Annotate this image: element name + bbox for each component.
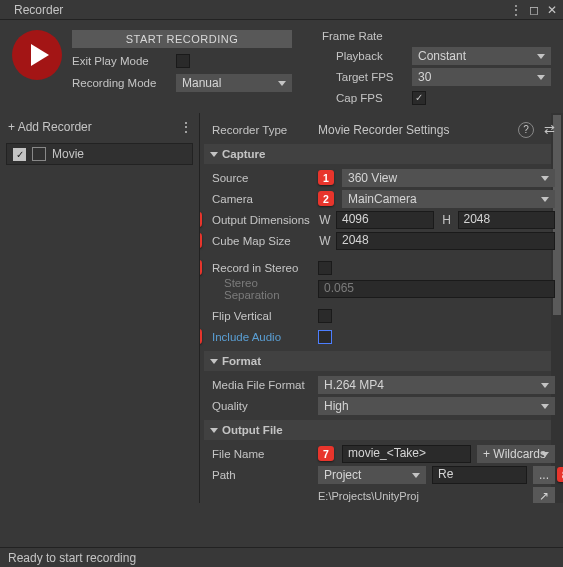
source-label: Source (204, 172, 312, 184)
marker-8: 8 (557, 467, 563, 482)
marker-2: 2 (318, 191, 334, 206)
add-recorder-button[interactable]: + Add Recorder (8, 120, 92, 134)
marker-6: 6 (200, 329, 202, 344)
recorder-item-label: Movie (52, 147, 84, 161)
media-format-dropdown[interactable]: H.264 MP4 (318, 376, 555, 394)
main-split: + Add Recorder ⋮ ✓ Movie Recorder Type M… (0, 113, 563, 503)
path-preview: E:\Projects\UnityProj (318, 490, 527, 502)
camera-label: Camera (204, 193, 312, 205)
exit-play-mode-checkbox[interactable] (176, 54, 190, 68)
include-audio-label: Include Audio (204, 331, 312, 343)
chevron-down-icon (210, 359, 218, 364)
file-name-label: File Name (204, 448, 312, 460)
browse-button[interactable]: ... (533, 466, 555, 484)
record-icon[interactable] (12, 30, 62, 80)
status-text: Ready to start recording (8, 551, 136, 565)
file-name-field[interactable]: movie_<Take> (342, 445, 471, 463)
frame-rate-heading: Frame Rate (322, 30, 551, 42)
path-label: Path (204, 469, 312, 481)
cap-fps-checkbox[interactable] (412, 91, 426, 105)
marker-7: 7 (318, 446, 334, 461)
titlebar: Recorder ⋮ ◻ ✕ (0, 0, 563, 20)
quality-label: Quality (204, 400, 312, 412)
include-audio-checkbox[interactable] (318, 330, 332, 344)
target-fps-dropdown[interactable]: 30 (412, 68, 551, 86)
camera-dropdown[interactable]: MainCamera (342, 190, 555, 208)
recorder-type-value: Movie Recorder Settings (318, 123, 506, 137)
marker-1: 1 (318, 170, 334, 185)
width-field[interactable]: 4096 (336, 211, 434, 229)
dim-h-label: H (440, 213, 454, 227)
quality-dropdown[interactable]: High (318, 397, 555, 415)
cube-map-label: Cube Map Size (204, 235, 312, 247)
help-icon[interactable]: ? (518, 122, 534, 138)
marker-4: 4 (200, 233, 202, 248)
cube-width-field[interactable]: 2048 (336, 232, 555, 250)
record-stereo-checkbox[interactable] (318, 261, 332, 275)
close-icon[interactable]: ✕ (545, 3, 559, 17)
format-section-header[interactable]: Format (204, 351, 555, 371)
capture-section-header[interactable]: Capture (204, 144, 555, 164)
target-fps-label: Target FPS (322, 71, 406, 83)
cap-fps-label: Cap FPS (322, 92, 406, 104)
recorder-item-checkbox[interactable]: ✓ (13, 148, 26, 161)
height-field[interactable]: 2048 (458, 211, 556, 229)
recording-mode-dropdown[interactable]: Manual (176, 74, 292, 92)
output-dimensions-label: Output Dimensions (204, 214, 312, 226)
open-folder-button[interactable]: ↗ (533, 487, 555, 504)
playback-dropdown[interactable]: Constant (412, 47, 551, 65)
window-tab[interactable]: Recorder (4, 1, 73, 19)
media-format-label: Media File Format (204, 379, 312, 391)
start-recording-button[interactable]: START RECORDING (72, 30, 292, 48)
path-sub-field[interactable]: Re (432, 466, 527, 484)
playback-label: Playback (322, 50, 406, 62)
chevron-down-icon (210, 428, 218, 433)
exit-play-mode-label: Exit Play Mode (72, 55, 170, 67)
path-root-dropdown[interactable]: Project (318, 466, 426, 484)
chevron-down-icon (210, 152, 218, 157)
stereo-sep-label: Stereo Separation (204, 277, 312, 301)
cube-w-label: W (318, 234, 332, 248)
dim-w-label: W (318, 213, 332, 227)
flip-vertical-checkbox[interactable] (318, 309, 332, 323)
movie-icon (32, 147, 46, 161)
vdots-icon[interactable]: ⋮ (509, 3, 523, 17)
recording-mode-label: Recording Mode (72, 77, 170, 89)
recorder-type-label: Recorder Type (204, 124, 312, 136)
output-file-section-header[interactable]: Output File (204, 420, 555, 440)
record-stereo-label: Record in Stereo (204, 262, 312, 274)
source-dropdown[interactable]: 360 View (342, 169, 555, 187)
wildcards-dropdown[interactable]: + Wildcards (477, 445, 555, 463)
window-controls: ⋮ ◻ ✕ (509, 3, 559, 17)
recorder-list-item[interactable]: ✓ Movie (6, 143, 193, 165)
properties-panel: Recorder Type Movie Recorder Settings ? … (200, 113, 563, 503)
flip-vertical-label: Flip Vertical (204, 310, 312, 322)
recorder-list-panel: + Add Recorder ⋮ ✓ Movie (0, 113, 200, 503)
marker-5: 5 (200, 260, 202, 275)
header: START RECORDING Exit Play Mode Recording… (0, 20, 563, 113)
marker-3: 3 (200, 212, 202, 227)
preset-icon[interactable]: ⇄ (544, 122, 555, 137)
statusbar: Ready to start recording (0, 547, 563, 567)
recorder-menu-icon[interactable]: ⋮ (179, 119, 191, 135)
stereo-sep-field: 0.065 (318, 280, 555, 298)
maximize-icon[interactable]: ◻ (527, 3, 541, 17)
